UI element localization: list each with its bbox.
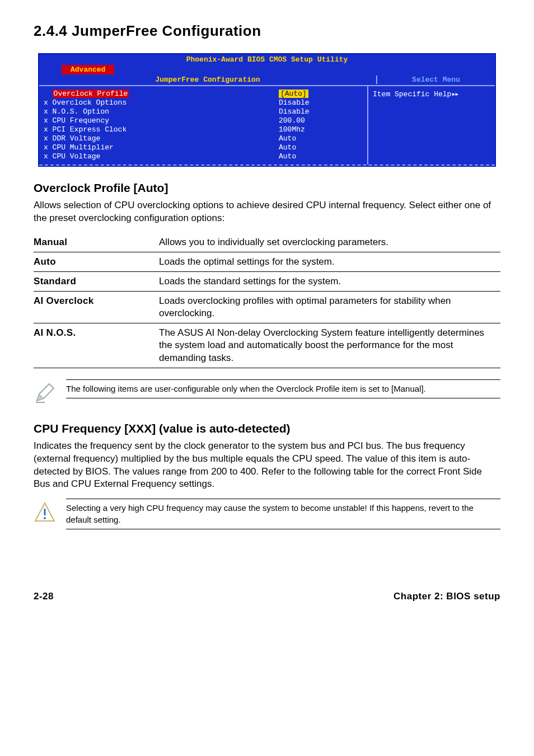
bios-row-value: Auto — [279, 152, 363, 161]
table-row: AutoLoads the optimal settings for the s… — [34, 252, 500, 271]
bios-settings-list: Overclock Profile[Auto]x Overclock Optio… — [39, 86, 368, 165]
bios-row-value: Disable — [279, 107, 363, 116]
mode-name: Manual — [34, 233, 159, 252]
note-pencil: The following items are user-configurabl… — [34, 379, 500, 406]
table-row: ManualAllows you to individually set ove… — [34, 233, 500, 252]
help-arrows-icon: ▸▸ — [451, 90, 458, 98]
bios-row: x CPU Frequency200.00 — [39, 116, 367, 125]
bios-row-label: x DDR Voltage — [44, 134, 279, 143]
section-heading: 2.4.4 JumperFree Configuration — [34, 22, 500, 40]
bios-row-value: Disable — [279, 98, 363, 107]
mode-description: Allows you to individually set overclock… — [159, 233, 500, 252]
bios-row: Overclock Profile[Auto] — [39, 90, 367, 98]
mode-description: Loads overclocking profiles with optimal… — [159, 292, 500, 323]
bios-row-label: Overclock Profile — [44, 90, 279, 98]
bios-row-value: 200.00 — [279, 116, 363, 125]
bios-row-value: Auto — [279, 134, 363, 143]
bios-help-text: Item Specific Help — [373, 90, 451, 98]
cpufreq-heading: CPU Frequency [XXX] (value is auto-detec… — [34, 422, 500, 435]
table-row: AI OverclockLoads overclocking profiles … — [34, 292, 500, 323]
bios-row: x Overclock OptionsDisable — [39, 98, 367, 107]
modes-table: ManualAllows you to individually set ove… — [34, 233, 500, 368]
bios-row: x CPU VoltageAuto — [39, 152, 367, 161]
mode-description: Loads the optimal settings for the syste… — [159, 252, 500, 271]
footer-page-number: 2-28 — [34, 591, 54, 602]
bios-row-value: Auto — [279, 143, 363, 152]
cpufreq-heading-bold: CPU Frequency [XXX] — [34, 422, 159, 435]
bios-row-label: x PCI Express Clock — [44, 125, 279, 134]
bios-row-label: x Overclock Options — [44, 98, 279, 107]
mode-name: AI N.O.S. — [34, 323, 159, 368]
bios-subheader: JumperFree Configuration Select Menu — [39, 74, 495, 86]
bios-row: x CPU MultiplierAuto — [39, 143, 367, 152]
bios-row-value: 100Mhz — [279, 125, 363, 134]
mode-name: Auto — [34, 252, 159, 271]
table-row: StandardLoads the standard settings for … — [34, 272, 500, 292]
bios-row-value: [Auto] — [279, 90, 363, 98]
overclock-body: Allows selection of CPU overclocking opt… — [34, 199, 500, 225]
cpufreq-heading-rest: (value is auto-detected) — [159, 422, 291, 435]
cpufreq-body: Indicates the frequency sent by the cloc… — [34, 440, 500, 491]
pencil-icon — [34, 382, 56, 406]
bios-row-label: x N.O.S. Option — [44, 107, 279, 116]
bios-title: Phoenix-Award BIOS CMOS Setup Utility — [39, 54, 495, 65]
bios-row: x N.O.S. OptionDisable — [39, 107, 367, 116]
svg-point-2 — [44, 517, 46, 519]
bios-row-label: x CPU Multiplier — [44, 143, 279, 152]
page-footer: 2-28 Chapter 2: BIOS setup — [34, 591, 500, 602]
note-caution-text: Selecting a very high CPU frequency may … — [66, 499, 500, 529]
bios-subheader-left: JumperFree Configuration — [39, 76, 376, 84]
bios-row: x PCI Express Clock100Mhz — [39, 125, 367, 134]
bios-tab-advanced: Advanced — [62, 65, 114, 74]
bios-subheader-right: Select Menu — [376, 76, 495, 84]
mode-description: Loads the standard settings for the syst… — [159, 272, 500, 292]
bios-help-pane: Item Specific Help▸▸ — [368, 86, 495, 165]
caution-icon — [34, 501, 56, 525]
overclock-heading: Overclock Profile [Auto] — [34, 181, 500, 195]
bios-row: x DDR VoltageAuto — [39, 134, 367, 143]
bios-screenshot: Phoenix-Award BIOS CMOS Setup Utility Ad… — [38, 53, 496, 167]
mode-description: The ASUS AI Non-delay Overclocking Syste… — [159, 323, 500, 368]
mode-name: AI Overclock — [34, 292, 159, 323]
mode-name: Standard — [34, 272, 159, 292]
table-row: AI N.O.S.The ASUS AI Non-delay Overclock… — [34, 323, 500, 368]
note-caution: Selecting a very high CPU frequency may … — [34, 499, 500, 529]
bios-row-label: x CPU Voltage — [44, 152, 279, 161]
footer-chapter: Chapter 2: BIOS setup — [394, 591, 500, 602]
note-pencil-text: The following items are user-configurabl… — [66, 379, 500, 398]
bios-row-label: x CPU Frequency — [44, 116, 279, 125]
